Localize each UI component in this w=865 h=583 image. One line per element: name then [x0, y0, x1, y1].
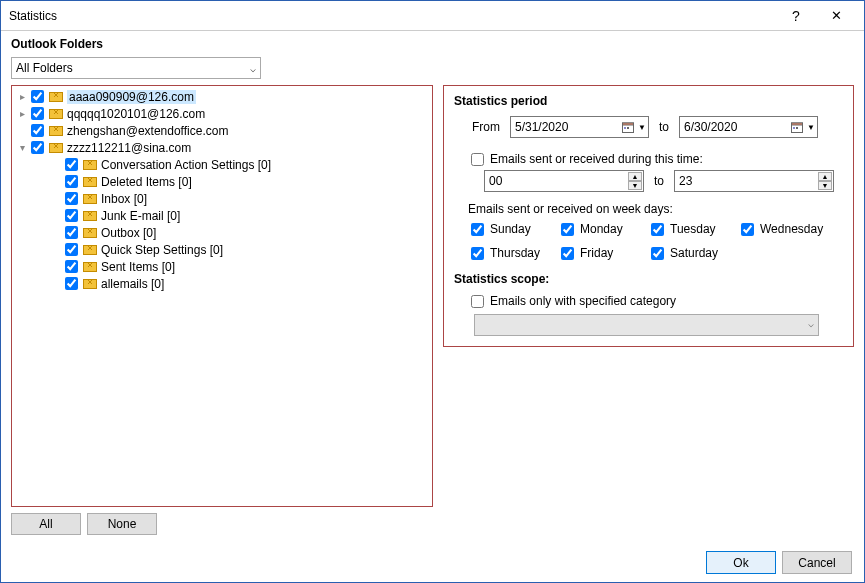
folder-checkbox[interactable]	[31, 124, 44, 137]
spinner-icon[interactable]: ▲▼	[628, 172, 642, 190]
time-filter-label: Emails sent or received during this time…	[490, 152, 703, 166]
svg-rect-3	[627, 127, 629, 129]
folder-checkbox[interactable]	[65, 226, 78, 239]
period-title: Statistics period	[454, 94, 843, 108]
folder-checkbox[interactable]	[65, 260, 78, 273]
folder-label: Sent Items [0]	[101, 260, 175, 274]
tree-row[interactable]: Junk E-mail [0]	[12, 207, 432, 224]
weekday-checkbox[interactable]	[561, 223, 574, 236]
weekday-checkbox[interactable]	[471, 223, 484, 236]
svg-rect-6	[793, 127, 795, 129]
time-filter-checkbox[interactable]	[471, 153, 484, 166]
svg-rect-2	[624, 127, 626, 129]
svg-rect-1	[623, 123, 634, 125]
to-date-value: 6/30/2020	[684, 120, 737, 134]
from-date-value: 5/31/2020	[515, 120, 568, 134]
weekday-option[interactable]: Thursday	[468, 246, 558, 260]
time-to-field[interactable]: 23 ▲▼	[674, 170, 834, 192]
tree-row[interactable]: Outbox [0]	[12, 224, 432, 241]
weekday-label: Wednesday	[760, 222, 823, 236]
tree-row[interactable]: Deleted Items [0]	[12, 173, 432, 190]
tree-row[interactable]: Conversation Action Settings [0]	[12, 156, 432, 173]
weekday-option[interactable]: Sunday	[468, 222, 558, 236]
folder-checkbox[interactable]	[31, 107, 44, 120]
folder-checkbox[interactable]	[65, 175, 78, 188]
folder-checkbox[interactable]	[65, 277, 78, 290]
svg-rect-5	[792, 123, 803, 125]
calendar-icon	[622, 121, 634, 133]
folders-dropdown[interactable]: All Folders ⌵	[11, 57, 261, 79]
to-label: to	[655, 120, 673, 134]
tree-row[interactable]: qqqqq1020101@126.com	[12, 105, 432, 122]
time-from-field[interactable]: 00 ▲▼	[484, 170, 644, 192]
mail-icon	[83, 245, 97, 255]
mail-icon	[83, 160, 97, 170]
folder-tree[interactable]: aaaa090909@126.comqqqqq1020101@126.comzh…	[11, 85, 433, 507]
folder-label: Inbox [0]	[101, 192, 147, 206]
folder-checkbox[interactable]	[65, 209, 78, 222]
tree-row[interactable]: Inbox [0]	[12, 190, 432, 207]
weekday-option[interactable]: Tuesday	[648, 222, 738, 236]
mail-icon	[49, 92, 63, 102]
folder-checkbox[interactable]	[65, 192, 78, 205]
chevron-down-icon: ⌵	[250, 63, 256, 74]
outlook-folders-header: Outlook Folders	[1, 31, 864, 53]
mail-icon	[83, 211, 97, 221]
weekday-label: Sunday	[490, 222, 531, 236]
expander-icon[interactable]	[16, 91, 28, 103]
spinner-icon[interactable]: ▲▼	[818, 172, 832, 190]
to-label: to	[650, 174, 668, 188]
weekday-checkbox[interactable]	[471, 247, 484, 260]
ok-button[interactable]: Ok	[706, 551, 776, 574]
weekday-grid: SundayMondayTuesdayWednesdayThursdayFrid…	[468, 220, 843, 262]
mail-icon	[83, 262, 97, 272]
folder-label: Conversation Action Settings [0]	[101, 158, 271, 172]
expander-icon[interactable]	[16, 108, 28, 120]
folder-label: qqqqq1020101@126.com	[67, 107, 205, 121]
folder-label: zzzz112211@sina.com	[67, 141, 191, 155]
weekday-checkbox[interactable]	[651, 223, 664, 236]
chevron-down-icon: ⌵	[808, 318, 814, 329]
expander-icon[interactable]	[16, 142, 28, 154]
mail-icon	[49, 143, 63, 153]
tree-row[interactable]: Quick Step Settings [0]	[12, 241, 432, 258]
weekday-label: Tuesday	[670, 222, 716, 236]
tree-row[interactable]: zzzz112211@sina.com	[12, 139, 432, 156]
weekday-checkbox[interactable]	[741, 223, 754, 236]
chevron-down-icon: ▼	[807, 123, 815, 132]
folder-checkbox[interactable]	[65, 243, 78, 256]
weekday-option[interactable]: Wednesday	[738, 222, 838, 236]
folder-label: Quick Step Settings [0]	[101, 243, 223, 257]
tree-row[interactable]: allemails [0]	[12, 275, 432, 292]
mail-icon	[83, 279, 97, 289]
folder-label: zhengshan@extendoffice.com	[67, 124, 228, 138]
weekday-option[interactable]: Saturday	[648, 246, 738, 260]
tree-row[interactable]: aaaa090909@126.com	[12, 88, 432, 105]
category-dropdown[interactable]: ⌵	[474, 314, 819, 336]
mail-icon	[49, 126, 63, 136]
to-date-field[interactable]: 6/30/2020 ▼	[679, 116, 818, 138]
from-label: From	[472, 120, 504, 134]
category-filter-checkbox[interactable]	[471, 295, 484, 308]
folder-checkbox[interactable]	[31, 141, 44, 154]
tree-row[interactable]: zhengshan@extendoffice.com	[12, 122, 432, 139]
cancel-button[interactable]: Cancel	[782, 551, 852, 574]
folder-checkbox[interactable]	[31, 90, 44, 103]
tree-row[interactable]: Sent Items [0]	[12, 258, 432, 275]
folder-label: Deleted Items [0]	[101, 175, 192, 189]
weekday-label: Friday	[580, 246, 613, 260]
chevron-down-icon: ▼	[638, 123, 646, 132]
statistics-panel: Statistics period From 5/31/2020 ▼ to 6/…	[443, 85, 854, 347]
weekday-checkbox[interactable]	[651, 247, 664, 260]
scope-title: Statistics scope:	[454, 272, 843, 286]
folder-checkbox[interactable]	[65, 158, 78, 171]
from-date-field[interactable]: 5/31/2020 ▼	[510, 116, 649, 138]
select-none-button[interactable]: None	[87, 513, 157, 535]
weekday-checkbox[interactable]	[561, 247, 574, 260]
weekday-option[interactable]: Friday	[558, 246, 648, 260]
help-button[interactable]: ?	[776, 1, 816, 31]
close-button[interactable]: ✕	[816, 1, 856, 31]
select-all-button[interactable]: All	[11, 513, 81, 535]
weekday-label: Monday	[580, 222, 623, 236]
weekday-option[interactable]: Monday	[558, 222, 648, 236]
